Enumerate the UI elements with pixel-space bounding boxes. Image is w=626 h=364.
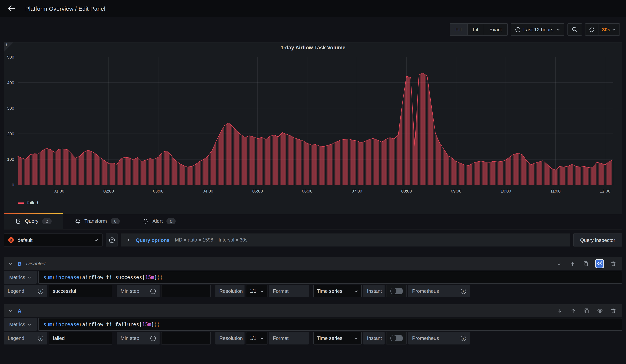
- min-step-input[interactable]: [161, 332, 211, 344]
- toggle-query-visibility-button-disabled[interactable]: [595, 259, 604, 268]
- top-header-bar: Platform Overview / Edit Panel: [0, 0, 626, 17]
- svg-text:05:00: 05:00: [252, 189, 263, 194]
- query-b-code-row: Metrics sum(increase(airflow_ti_successe…: [4, 271, 622, 283]
- toggle-knob: [391, 288, 396, 294]
- resolution-field-label: Resolution: [215, 285, 244, 297]
- arrow-up-icon: [570, 308, 576, 314]
- move-query-down-button[interactable]: [555, 259, 563, 268]
- instant-toggle[interactable]: [386, 332, 407, 344]
- metrics-dropdown[interactable]: Metrics: [4, 318, 37, 331]
- chart-legend: failed: [18, 200, 38, 205]
- datasource-help-button[interactable]: [106, 234, 118, 246]
- toggle-query-visibility-button[interactable]: [596, 306, 604, 315]
- svg-text:200: 200: [7, 131, 14, 136]
- back-button[interactable]: [6, 3, 17, 14]
- tab-alert[interactable]: Alert 0: [131, 213, 187, 229]
- svg-text:11:00: 11:00: [550, 189, 561, 194]
- legend-series-color: [18, 202, 24, 203]
- view-mode-exact-button[interactable]: Exact: [484, 24, 507, 35]
- resolution-dropdown[interactable]: 1/1: [246, 285, 268, 297]
- metrics-label: Metrics: [9, 275, 25, 280]
- tab-transform-label: Transform: [84, 218, 107, 224]
- legend-input[interactable]: [49, 285, 112, 297]
- collapse-chevron-icon[interactable]: [8, 308, 13, 313]
- legend-series-label[interactable]: failed: [27, 200, 38, 205]
- arrow-down-icon: [556, 260, 562, 267]
- svg-text:08:00: 08:00: [401, 189, 412, 194]
- info-icon[interactable]: i: [150, 335, 156, 341]
- chart-svg[interactable]: 010020030040050001:0002:0003:0004:0005:0…: [4, 42, 622, 200]
- tab-transform[interactable]: Transform 0: [63, 213, 131, 229]
- copy-icon: [583, 260, 589, 267]
- datasource-picker[interactable]: default: [4, 234, 103, 246]
- query-ref-label: A: [18, 308, 21, 314]
- query-options-bar[interactable]: Query options MD = auto = 1598 Interval …: [121, 234, 570, 246]
- tab-query-label: Query: [25, 218, 39, 224]
- legend-field-label: Legendi: [4, 332, 47, 344]
- remove-query-button[interactable]: [609, 259, 618, 268]
- instant-toggle[interactable]: [386, 285, 407, 297]
- instant-field-label: Instant: [363, 332, 385, 344]
- metrics-dropdown[interactable]: Metrics: [4, 271, 37, 283]
- refresh-interval-dropdown[interactable]: 30s: [598, 24, 620, 35]
- info-icon[interactable]: i: [38, 288, 43, 294]
- refresh-interval-label: 30s: [602, 27, 610, 32]
- zoom-out-icon: [572, 26, 578, 33]
- query-a-header[interactable]: A: [4, 304, 622, 317]
- query-options-link[interactable]: Query options: [136, 237, 169, 243]
- min-step-field-label: Min stepi: [117, 332, 159, 344]
- time-range-label: Last 12 hours: [523, 27, 553, 32]
- prometheus-field-label: Prometheusi: [408, 285, 470, 297]
- view-mode-fill-button[interactable]: Fill: [450, 24, 468, 35]
- legend-input[interactable]: [49, 332, 112, 344]
- svg-text:02:00: 02:00: [103, 189, 114, 194]
- remove-query-button[interactable]: [609, 306, 618, 315]
- move-query-down-button[interactable]: [556, 306, 564, 315]
- format-dropdown[interactable]: Time series: [313, 332, 362, 344]
- promql-editor[interactable]: sum(increase(airflow_ti_failures[15m])): [38, 318, 622, 331]
- trash-icon: [610, 260, 616, 267]
- chevron-down-icon: [28, 323, 31, 326]
- clock-icon: [515, 27, 521, 32]
- query-inspector-button[interactable]: Query inspector: [573, 234, 622, 246]
- chevron-right-icon: [126, 238, 130, 242]
- svg-text:04:00: 04:00: [203, 189, 213, 194]
- format-field-label: Format: [269, 332, 309, 344]
- promql-editor[interactable]: sum(increase(airflow_ti_successes[15m])): [38, 271, 622, 283]
- svg-text:10:00: 10:00: [501, 189, 511, 194]
- toggle-track: [390, 335, 403, 341]
- tab-query-count: 2: [42, 218, 51, 224]
- copy-icon: [584, 308, 590, 314]
- arrow-down-icon: [557, 308, 563, 314]
- transform-icon: [75, 218, 80, 224]
- info-icon[interactable]: i: [38, 335, 43, 341]
- collapse-chevron-icon[interactable]: [8, 261, 13, 266]
- chevron-down-icon: [556, 27, 560, 32]
- chevron-down-icon: [28, 275, 31, 279]
- editor-tabbar: Query 2 Transform 0 Alert 0: [4, 213, 622, 230]
- info-icon[interactable]: i: [150, 288, 156, 294]
- chevron-down-icon: [260, 336, 264, 340]
- info-icon[interactable]: i: [461, 335, 466, 341]
- tab-query[interactable]: Query 2: [4, 213, 63, 229]
- duplicate-query-button[interactable]: [582, 259, 590, 268]
- view-mode-fit-button[interactable]: Fit: [468, 24, 484, 35]
- resolution-dropdown[interactable]: 1/1: [246, 332, 268, 344]
- time-range-picker[interactable]: Last 12 hours: [511, 23, 565, 36]
- svg-text:300: 300: [7, 106, 14, 111]
- move-query-up-button[interactable]: [568, 259, 577, 268]
- chevron-down-icon: [94, 238, 98, 242]
- zoom-out-button[interactable]: [568, 23, 582, 36]
- chevron-down-icon: [354, 336, 358, 340]
- svg-text:100: 100: [7, 157, 14, 162]
- chart-panel: i 1-day Airflow Task Volume 010020030040…: [4, 42, 622, 214]
- min-step-input[interactable]: [161, 285, 211, 297]
- svg-text:07:00: 07:00: [352, 189, 362, 194]
- duplicate-query-button[interactable]: [582, 306, 591, 315]
- format-dropdown[interactable]: Time series: [313, 285, 362, 297]
- refresh-button[interactable]: [586, 24, 598, 35]
- move-query-up-button[interactable]: [569, 306, 577, 315]
- query-b-header[interactable]: B Disabled: [4, 257, 622, 270]
- info-icon[interactable]: i: [461, 288, 466, 294]
- chevron-down-icon: [612, 27, 616, 32]
